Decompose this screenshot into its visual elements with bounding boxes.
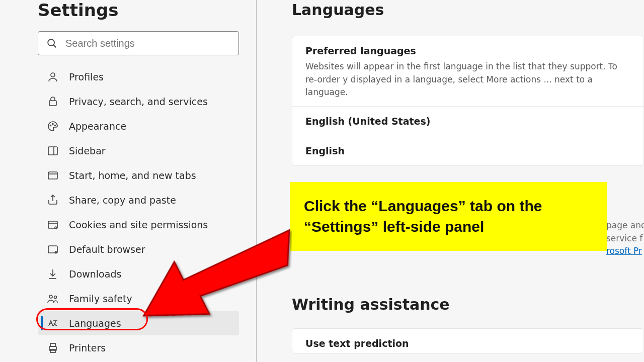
- sidebar-item-label: Appearance: [69, 121, 126, 132]
- clipped-link[interactable]: rosoft Pr: [606, 246, 642, 256]
- svg-rect-12: [48, 221, 57, 228]
- svg-rect-9: [48, 172, 57, 179]
- language-icon: [47, 317, 59, 329]
- settings-nav: Profiles Privacy, search, and services A…: [38, 64, 239, 360]
- sidebar-item-share[interactable]: Share, copy and paste: [38, 188, 239, 212]
- clipped-text: page and service f rosoft Pr: [606, 219, 644, 258]
- sidebar-item-cookies[interactable]: Cookies and site permissions: [38, 212, 239, 237]
- printer-icon: [47, 342, 59, 354]
- sidebar-item-appearance[interactable]: Appearance: [38, 114, 239, 138]
- search-icon: [46, 38, 57, 49]
- sidebar-item-label: Downloads: [69, 268, 121, 280]
- page-title: Settings: [38, 0, 246, 20]
- profile-icon: [47, 71, 59, 83]
- svg-point-18: [49, 295, 52, 298]
- svg-point-14: [55, 227, 57, 229]
- svg-point-5: [52, 123, 53, 124]
- svg-line-1: [53, 45, 56, 47]
- preferred-languages-title: Preferred languages: [305, 45, 630, 56]
- svg-point-6: [55, 125, 56, 126]
- text-prediction-title: Use text prediction: [292, 329, 643, 353]
- svg-rect-23: [50, 349, 55, 352]
- sidebar-item-label: Sidebar: [69, 145, 106, 156]
- sidebar-item-start[interactable]: Start, home, and new tabs: [38, 163, 239, 188]
- sidebar-item-family[interactable]: Family safety: [38, 286, 239, 311]
- svg-point-16: [55, 251, 57, 253]
- section-title-writing: Writing assistance: [292, 296, 644, 313]
- palette-icon: [47, 120, 59, 132]
- layout-icon: [47, 145, 59, 157]
- settings-sidebar: Settings Profiles Privacy, search, and s…: [0, 0, 257, 362]
- cookie-icon: [47, 219, 59, 231]
- people-icon: [47, 293, 59, 305]
- download-icon: [47, 268, 59, 280]
- sidebar-item-languages[interactable]: Languages: [38, 311, 239, 335]
- browser-icon: [47, 243, 59, 255]
- sidebar-item-label: Languages: [69, 318, 121, 329]
- preferred-languages-desc: Websites will appear in the first langua…: [305, 60, 630, 99]
- sidebar-item-sidebar[interactable]: Sidebar: [38, 138, 239, 163]
- sidebar-item-printers[interactable]: Printers: [38, 335, 239, 360]
- share-icon: [47, 194, 59, 206]
- main-content: Languages Preferred languages Websites w…: [257, 0, 644, 362]
- svg-point-2: [51, 73, 55, 77]
- sidebar-item-default-browser[interactable]: Default browser: [38, 237, 239, 261]
- svg-rect-7: [48, 147, 57, 155]
- sidebar-item-label: Share, copy and paste: [69, 195, 176, 206]
- sidebar-item-label: Default browser: [69, 244, 145, 255]
- section-title-languages: Languages: [292, 1, 644, 19]
- sidebar-item-label: Cookies and site permissions: [69, 219, 208, 230]
- sidebar-item-label: Printers: [69, 342, 106, 353]
- sidebar-item-label: Family safety: [69, 293, 132, 304]
- annotation-callout: Click the “Languages” tab on the “Settin…: [290, 182, 607, 251]
- language-row[interactable]: English (United States): [292, 106, 643, 136]
- writing-assistance-card: Use text prediction: [292, 328, 644, 353]
- search-container: [38, 31, 239, 55]
- sidebar-item-label: Start, home, and new tabs: [69, 170, 196, 181]
- svg-point-0: [48, 39, 54, 46]
- sidebar-item-downloads[interactable]: Downloads: [38, 261, 239, 286]
- sidebar-item-profiles[interactable]: Profiles: [38, 64, 239, 89]
- svg-point-19: [54, 296, 57, 298]
- language-row[interactable]: English: [292, 136, 643, 165]
- preferred-languages-card: Preferred languages Websites will appear…: [292, 36, 644, 166]
- sidebar-item-privacy[interactable]: Privacy, search, and services: [38, 89, 239, 114]
- sidebar-item-label: Privacy, search, and services: [69, 96, 208, 107]
- svg-rect-22: [50, 343, 55, 346]
- search-input[interactable]: [38, 31, 239, 55]
- lock-icon: [47, 96, 59, 108]
- svg-rect-3: [49, 101, 56, 106]
- sidebar-item-label: Profiles: [69, 71, 104, 82]
- svg-point-4: [50, 125, 51, 126]
- tab-icon: [47, 169, 59, 182]
